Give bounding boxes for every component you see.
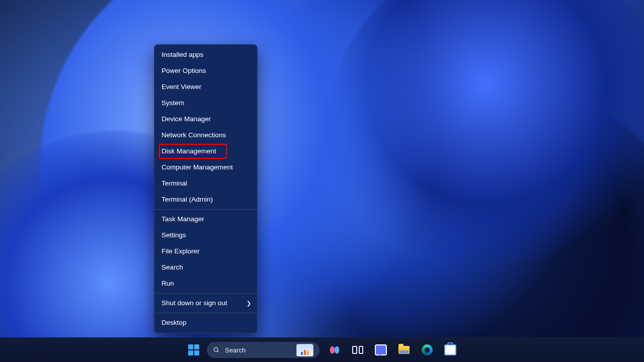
menu-item-device-manager[interactable]: Device Manager [154, 111, 257, 127]
menu-item-network-connections[interactable]: Network Connections [154, 127, 257, 143]
taskbar-search[interactable]: Search [207, 342, 319, 358]
chevron-right-icon: ❯ [247, 295, 251, 311]
menu-item-file-explorer[interactable]: File Explorer [154, 243, 257, 259]
menu-item-search[interactable]: Search [154, 259, 257, 276]
menu-item-power-options[interactable]: Power Options [154, 63, 257, 79]
taskbar-chat[interactable] [371, 340, 391, 360]
menu-item-desktop[interactable]: Desktop [154, 315, 257, 331]
menu-item-installed-apps[interactable]: Installed apps [154, 47, 257, 63]
store-icon [444, 344, 456, 355]
menu-item-label: Power Options [162, 67, 206, 74]
menu-item-label: Search [162, 263, 183, 271]
search-label: Search [225, 346, 291, 354]
winx-context-menu: Installed apps Power Options Event Viewe… [154, 44, 258, 333]
taskbar-task-view[interactable] [348, 340, 368, 360]
windows-logo-icon [188, 344, 199, 355]
menu-item-terminal-admin[interactable]: Terminal (Admin) [154, 192, 257, 208]
menu-item-label: Network Connections [162, 131, 226, 139]
start-button[interactable] [184, 340, 204, 360]
taskbar: Search [0, 337, 644, 362]
menu-item-label: Computer Management [162, 163, 233, 171]
menu-item-disk-management[interactable]: Disk Management [154, 143, 257, 159]
menu-item-label: Desktop [162, 319, 187, 326]
menu-item-label: Device Manager [162, 115, 211, 123]
menu-separator [154, 293, 257, 294]
menu-item-settings[interactable]: Settings [154, 227, 257, 243]
menu-item-system[interactable]: System [154, 95, 257, 111]
edge-icon [422, 344, 433, 355]
menu-item-label: File Explorer [162, 247, 200, 255]
menu-item-label: Event Viewer [162, 83, 201, 90]
folder-icon [398, 346, 410, 354]
menu-item-label: Settings [162, 231, 186, 239]
chat-icon [375, 344, 387, 355]
taskbar-store[interactable] [440, 340, 460, 360]
copilot-icon [329, 344, 340, 355]
menu-item-label: Terminal (Admin) [162, 196, 213, 203]
desktop-wallpaper [0, 0, 644, 362]
search-highlight-icon [296, 344, 313, 356]
menu-separator [154, 209, 257, 210]
svg-point-0 [214, 347, 218, 351]
menu-item-label: Terminal [162, 179, 187, 187]
menu-item-computer-management[interactable]: Computer Management [154, 159, 257, 175]
menu-item-task-manager[interactable]: Task Manager [154, 211, 257, 227]
task-view-icon [352, 346, 363, 354]
svg-line-1 [217, 351, 219, 352]
taskbar-copilot[interactable] [325, 340, 345, 360]
menu-item-label: Run [162, 280, 174, 287]
menu-item-label: System [162, 99, 184, 107]
menu-item-run[interactable]: Run [154, 276, 257, 292]
menu-item-label: Installed apps [162, 51, 203, 58]
menu-item-shut-down-sign-out[interactable]: Shut down or sign out ❯ [154, 295, 257, 311]
search-icon [213, 346, 220, 353]
menu-item-terminal[interactable]: Terminal [154, 175, 257, 192]
menu-item-label: Shut down or sign out [162, 299, 227, 307]
menu-item-event-viewer[interactable]: Event Viewer [154, 79, 257, 95]
taskbar-file-explorer[interactable] [394, 340, 414, 360]
menu-separator [154, 313, 257, 313]
menu-item-label: Disk Management [162, 147, 216, 155]
taskbar-edge[interactable] [417, 340, 437, 360]
menu-item-label: Task Manager [162, 215, 204, 223]
